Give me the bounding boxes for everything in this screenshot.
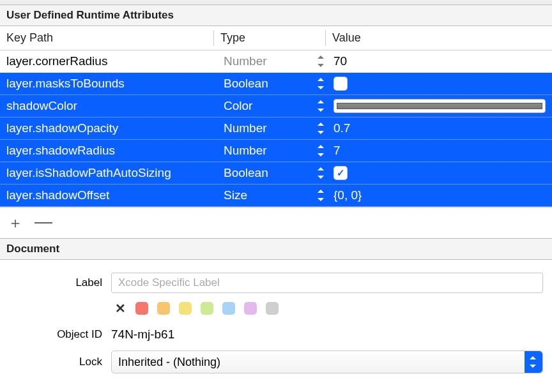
keypath-cell[interactable]: layer.shadowOffset	[0, 188, 213, 202]
swatch-purple[interactable]	[244, 302, 257, 315]
keypath-cell[interactable]: layer.shadowOpacity	[0, 121, 213, 135]
boolean-checkbox[interactable]	[334, 166, 348, 180]
type-cell[interactable]: Number	[213, 121, 314, 135]
lock-popup[interactable]: Inherited - (Nothing)	[111, 351, 543, 373]
lock-popup-value: Inherited - (Nothing)	[118, 356, 220, 369]
keypath-cell[interactable]: layer.shadowRadius	[0, 144, 213, 158]
keypath-cell[interactable]: layer.masksToBounds	[0, 77, 213, 91]
add-attribute-button[interactable]: ＋	[8, 215, 23, 230]
table-row[interactable]: layer.shadowOffset Size {0, 0}	[0, 185, 552, 207]
previous-section-divider	[0, 0, 552, 5]
runtime-attributes-table[interactable]: layer.cornerRadius Number 70 layer.masks…	[0, 50, 552, 207]
object-id-value: 74N-mj-b61	[111, 326, 543, 343]
type-stepper-icon[interactable]	[316, 77, 325, 91]
object-id-label: Object ID	[9, 328, 111, 341]
column-header-type[interactable]: Type	[214, 26, 325, 50]
type-cell[interactable]: Boolean	[213, 166, 314, 180]
color-well[interactable]	[334, 99, 546, 113]
remove-attribute-button[interactable]: —	[34, 213, 52, 230]
type-cell[interactable]: Boolean	[213, 77, 314, 91]
table-row[interactable]: layer.isShadowPathAutoSizing Boolean	[0, 162, 552, 185]
value-cell[interactable]	[327, 166, 552, 180]
swatch-gray[interactable]	[266, 302, 279, 315]
type-stepper-icon[interactable]	[316, 54, 325, 68]
type-stepper-icon[interactable]	[316, 188, 325, 202]
label-input[interactable]	[111, 273, 543, 293]
type-cell[interactable]: Color	[213, 99, 314, 113]
clear-label-color-icon[interactable]: ✕	[114, 301, 126, 316]
type-cell[interactable]: Number	[213, 54, 314, 68]
boolean-checkbox[interactable]	[334, 77, 348, 91]
value-cell[interactable]: {0, 0}	[327, 188, 552, 202]
type-stepper-icon[interactable]	[316, 99, 325, 113]
value-cell[interactable]: 0.7	[327, 121, 552, 135]
table-row[interactable]: layer.shadowRadius Number 7	[0, 140, 552, 162]
swatch-blue[interactable]	[222, 302, 235, 315]
value-cell[interactable]	[327, 77, 552, 91]
swatch-green[interactable]	[201, 302, 213, 315]
lock-label: Lock	[9, 356, 111, 368]
table-row[interactable]: layer.shadowOpacity Number 0.7	[0, 117, 552, 140]
type-stepper-icon[interactable]	[316, 144, 325, 158]
chevron-up-down-icon	[525, 351, 542, 373]
column-header-value[interactable]: Value	[326, 26, 552, 50]
type-stepper-icon[interactable]	[316, 121, 325, 135]
value-cell[interactable]	[327, 99, 552, 113]
swatch-yellow[interactable]	[179, 302, 192, 315]
swatch-orange[interactable]	[157, 302, 170, 315]
type-stepper-icon[interactable]	[316, 166, 325, 180]
value-cell[interactable]: 7	[327, 144, 552, 158]
table-row[interactable]: layer.masksToBounds Boolean	[0, 73, 552, 95]
table-row[interactable]: shadowColor Color	[0, 95, 552, 117]
label-color-swatches: ✕	[0, 297, 552, 322]
document-header: Document	[0, 239, 552, 260]
runtime-attributes-toolbar: ＋ —	[0, 207, 552, 238]
keypath-cell[interactable]: layer.cornerRadius	[0, 54, 213, 68]
swatch-red[interactable]	[135, 302, 148, 315]
keypath-cell[interactable]: shadowColor	[0, 99, 213, 113]
label-field-label: Label	[9, 276, 111, 289]
value-cell[interactable]: 70	[327, 54, 552, 68]
column-header-keypath[interactable]: Key Path	[0, 26, 213, 50]
runtime-attributes-column-headers: Key Path Type Value	[0, 26, 552, 50]
keypath-cell[interactable]: layer.isShadowPathAutoSizing	[0, 166, 213, 180]
runtime-attributes-header: User Defined Runtime Attributes	[0, 5, 552, 26]
table-row[interactable]: layer.cornerRadius Number 70	[0, 50, 552, 73]
type-cell[interactable]: Number	[213, 144, 314, 158]
type-cell[interactable]: Size	[213, 188, 314, 202]
